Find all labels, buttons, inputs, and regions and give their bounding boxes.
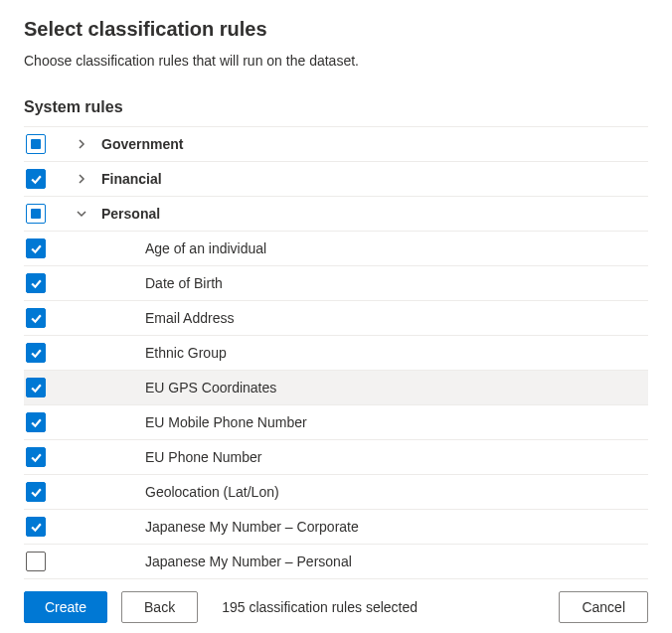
list-item[interactable]: Date of Birth [24,266,648,301]
category-label: Government [101,136,183,152]
item-label: EU GPS Coordinates [145,380,276,396]
checkbox[interactable] [26,517,46,537]
item-label: Japanese My Number – Personal [145,554,352,569]
item-label: EU Mobile Phone Number [145,414,307,430]
footer: Create Back 195 classification rules sel… [24,581,648,623]
category-label: Personal [101,206,160,222]
chevron-right-icon[interactable] [68,173,95,185]
category-label: Financial [101,171,162,187]
category-row-government[interactable]: Government [24,127,648,162]
item-label: Ethnic Group [145,345,227,361]
list-item[interactable]: EU Mobile Phone Number [24,405,648,440]
checkbox[interactable] [26,308,46,328]
section-header: System rules [24,98,648,116]
list-item[interactable]: Ethnic Group [24,336,648,371]
checkbox[interactable] [26,552,46,571]
item-label: Geolocation (Lat/Lon) [145,484,279,500]
list-item[interactable]: EU GPS Coordinates [24,371,648,405]
page-title: Select classification rules [24,18,648,41]
item-label: Email Address [145,310,234,326]
list-item[interactable]: EU Phone Number [24,440,648,475]
checkbox-financial[interactable] [26,169,46,189]
item-label: EU Phone Number [145,449,262,465]
chevron-right-icon[interactable] [68,138,95,150]
item-label: Age of an individual [145,240,266,256]
checkbox[interactable] [26,482,46,502]
list-item[interactable]: Age of an individual [24,232,648,266]
checkbox[interactable] [26,238,46,258]
cancel-button[interactable]: Cancel [559,591,648,623]
back-button[interactable]: Back [121,591,198,623]
checkbox[interactable] [26,273,46,293]
create-button[interactable]: Create [24,591,107,623]
chevron-down-icon[interactable] [68,208,95,220]
checkbox[interactable] [26,378,46,397]
page-subtitle: Choose classification rules that will ru… [24,53,648,69]
list-item[interactable]: Geolocation (Lat/Lon) [24,475,648,510]
item-label: Japanese My Number – Corporate [145,519,359,535]
checkbox[interactable] [26,447,46,467]
list-item[interactable]: Japanese My Number – Personal [24,545,648,579]
checkbox-government[interactable] [26,134,46,154]
item-label: Date of Birth [145,275,223,291]
checkbox-personal[interactable] [26,204,46,224]
list-item[interactable]: Email Address [24,301,648,336]
category-row-personal[interactable]: Personal [24,197,648,232]
rules-list: Government Financial Personal Age of an … [24,126,648,579]
checkbox[interactable] [26,412,46,432]
checkbox[interactable] [26,343,46,363]
selection-status: 195 classification rules selected [222,599,418,615]
list-item[interactable]: Japanese My Number – Corporate [24,510,648,545]
category-row-financial[interactable]: Financial [24,162,648,197]
